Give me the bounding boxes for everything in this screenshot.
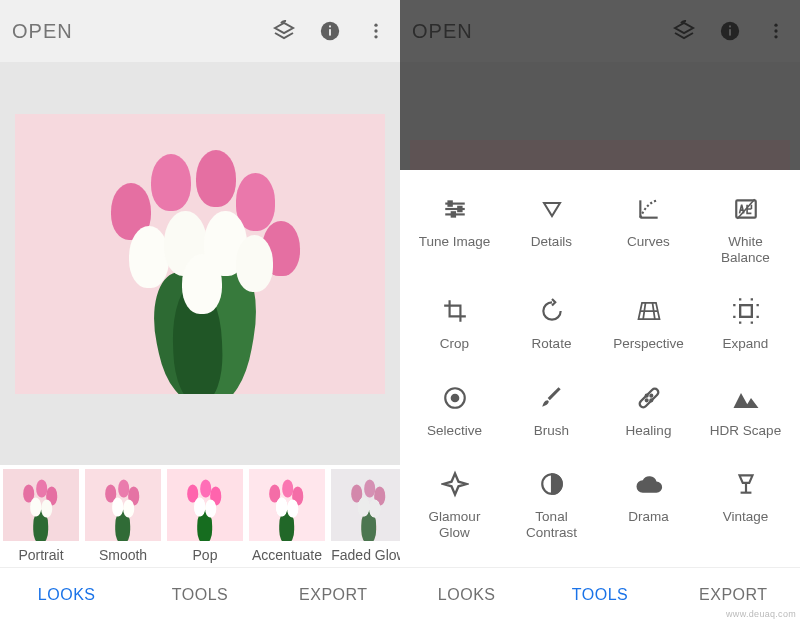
- nav-tools[interactable]: TOOLS: [133, 568, 266, 621]
- svg-rect-19: [740, 306, 752, 318]
- look-smooth[interactable]: Smooth: [84, 469, 162, 563]
- info-icon[interactable]: [718, 19, 742, 43]
- tool-label: Details: [531, 234, 572, 250]
- tools-panel: Tune Image Details Curves White Balance: [400, 170, 800, 567]
- svg-rect-22: [638, 387, 659, 408]
- tool-hdr-scape[interactable]: HDR Scape: [697, 383, 794, 439]
- look-label: Pop: [193, 547, 218, 563]
- tool-selective[interactable]: Selective: [406, 383, 503, 439]
- look-label: Accentuate: [252, 547, 322, 563]
- tool-label: Tonal Contrast: [526, 509, 577, 541]
- tools-grid: Tune Image Details Curves White Balance: [406, 194, 794, 567]
- svg-point-24: [650, 399, 652, 401]
- layers-icon[interactable]: [272, 19, 296, 43]
- tool-label: Tune Image: [419, 234, 491, 250]
- tool-vintage[interactable]: Vintage: [697, 469, 794, 541]
- screen-tools: OPEN Tune Image: [400, 0, 800, 621]
- tool-details[interactable]: Details: [503, 194, 600, 266]
- screen-looks: OPEN: [0, 0, 400, 621]
- tool-rotate[interactable]: Rotate: [503, 296, 600, 352]
- target-icon: [440, 383, 470, 413]
- more-icon[interactable]: [764, 19, 788, 43]
- nav-looks[interactable]: LOOKS: [0, 568, 133, 621]
- tool-label: Glamour Glow: [429, 509, 481, 541]
- tool-crop[interactable]: Crop: [406, 296, 503, 352]
- mountains-icon: [731, 383, 761, 413]
- expand-icon: [731, 296, 761, 326]
- tool-label: Drama: [628, 509, 669, 525]
- look-thumb: [331, 469, 400, 541]
- svg-rect-1: [329, 29, 331, 35]
- more-icon[interactable]: [364, 19, 388, 43]
- svg-rect-2: [329, 26, 331, 28]
- toolbar-icons: [272, 19, 388, 43]
- look-thumb: [167, 469, 243, 541]
- brush-icon: [537, 383, 567, 413]
- tool-glamour-glow[interactable]: Glamour Glow: [406, 469, 503, 541]
- open-button[interactable]: OPEN: [12, 20, 272, 43]
- tool-brush[interactable]: Brush: [503, 383, 600, 439]
- layers-icon[interactable]: [672, 19, 696, 43]
- svg-point-4: [374, 29, 377, 32]
- tool-label: Curves: [627, 234, 670, 250]
- contrast-icon: [537, 469, 567, 499]
- tool-curves[interactable]: Curves: [600, 194, 697, 266]
- tool-perspective[interactable]: Perspective: [600, 296, 697, 352]
- tool-label: Expand: [723, 336, 769, 352]
- look-accentuate[interactable]: Accentuate: [248, 469, 326, 563]
- look-faded-glow[interactable]: Faded Glow: [330, 469, 400, 563]
- look-label: Portrait: [18, 547, 63, 563]
- tool-tune-image[interactable]: Tune Image: [406, 194, 503, 266]
- svg-rect-16: [458, 207, 461, 211]
- svg-point-11: [774, 35, 777, 38]
- look-thumb: [85, 469, 161, 541]
- tool-label: Rotate: [532, 336, 572, 352]
- svg-rect-8: [729, 26, 731, 28]
- tool-label: White Balance: [721, 234, 770, 266]
- tool-expand[interactable]: Expand: [697, 296, 794, 352]
- svg-point-5: [374, 35, 377, 38]
- tool-label: HDR Scape: [710, 423, 781, 439]
- tool-label: Selective: [427, 423, 482, 439]
- svg-point-10: [774, 29, 777, 32]
- crop-icon: [440, 296, 470, 326]
- tool-label: Healing: [626, 423, 672, 439]
- look-label: Faded Glow: [331, 547, 400, 563]
- tool-drama[interactable]: Drama: [600, 469, 697, 541]
- nav-tools[interactable]: TOOLS: [533, 568, 666, 621]
- toolbar-icons: [672, 19, 788, 43]
- svg-rect-15: [448, 201, 451, 205]
- sliders-icon: [440, 194, 470, 224]
- svg-point-21: [451, 394, 458, 401]
- rotate-icon: [537, 296, 567, 326]
- triangle-down-icon: [537, 194, 567, 224]
- image-canvas[interactable]: [0, 62, 400, 465]
- svg-point-9: [774, 24, 777, 27]
- looks-strip[interactable]: Portrait Smooth Pop Accentuate Faded Glo…: [0, 465, 400, 567]
- tool-white-balance[interactable]: White Balance: [697, 194, 794, 266]
- look-pop[interactable]: Pop: [166, 469, 244, 563]
- tool-tonal-contrast[interactable]: Tonal Contrast: [503, 469, 600, 541]
- svg-point-23: [645, 394, 647, 396]
- top-toolbar: OPEN: [400, 0, 800, 62]
- tool-healing[interactable]: Healing: [600, 383, 697, 439]
- nav-looks[interactable]: LOOKS: [400, 568, 533, 621]
- tool-label: Brush: [534, 423, 569, 439]
- edited-photo: [15, 114, 385, 394]
- nav-export[interactable]: EXPORT: [267, 568, 400, 621]
- photo-peek: [410, 140, 790, 170]
- bottom-nav: LOOKS TOOLS EXPORT: [0, 567, 400, 621]
- bandage-icon: [634, 383, 664, 413]
- open-button[interactable]: OPEN: [412, 20, 672, 43]
- tool-label: Vintage: [723, 509, 769, 525]
- svg-point-25: [650, 394, 652, 396]
- perspective-icon: [634, 296, 664, 326]
- info-icon[interactable]: [318, 19, 342, 43]
- white-balance-icon: [731, 194, 761, 224]
- look-portrait[interactable]: Portrait: [2, 469, 80, 563]
- svg-point-26: [645, 399, 647, 401]
- look-thumb: [249, 469, 325, 541]
- sparkle-icon: [440, 469, 470, 499]
- svg-point-3: [374, 24, 377, 27]
- tool-label: Crop: [440, 336, 469, 352]
